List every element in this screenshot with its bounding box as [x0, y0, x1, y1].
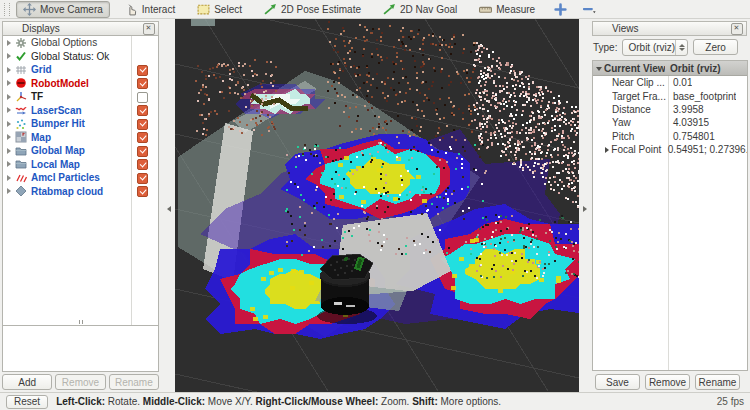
expand-arrow-icon[interactable]	[6, 174, 15, 182]
expand-arrow-icon[interactable]	[6, 39, 15, 47]
enabled-checkbox[interactable]	[137, 92, 148, 103]
display-item-tf[interactable]: TF	[3, 90, 158, 104]
property-value[interactable]: 4.03915	[668, 117, 709, 128]
expand-arrow-icon[interactable]	[6, 66, 15, 74]
views-buttons: SaveRemoveRename	[595, 374, 740, 390]
display-item-robotmodel[interactable]: RobotModel	[3, 77, 158, 91]
nav-goal-tool[interactable]: 2D Nav Goal	[376, 1, 464, 18]
display-item-label: Global Status: Ok	[31, 51, 109, 62]
axes-icon	[15, 91, 27, 103]
view-property-row[interactable]: Distance3.9958	[593, 103, 747, 116]
right-panel-splitter[interactable]	[579, 19, 590, 392]
display-item-map[interactable]: Map	[3, 131, 158, 145]
status-hint-desc: Move X/Y.	[205, 396, 255, 407]
status-hint-key: Shift:	[412, 396, 438, 407]
remove-view-button[interactable]: Remove	[645, 374, 690, 390]
close-icon[interactable]	[143, 23, 155, 35]
bumper-icon	[15, 118, 27, 130]
display-item-label: LaserScan	[31, 105, 82, 116]
view-property-row[interactable]: Pitch0.754801	[593, 130, 747, 143]
nav-goal-tool-label: 2D Nav Goal	[400, 4, 457, 15]
move-camera-tool[interactable]: Move Camera	[16, 1, 110, 18]
expand-arrow-icon[interactable]	[604, 146, 611, 154]
zero-button[interactable]: Zero	[693, 39, 738, 55]
3d-viewport[interactable]	[175, 19, 579, 392]
rename-display-button[interactable]: Rename	[109, 374, 159, 390]
remove-tool-button[interactable]	[579, 1, 600, 18]
expand-arrow-icon[interactable]	[6, 79, 15, 87]
status-hint-key: Middle-Click:	[143, 396, 205, 407]
collapse-arrow-icon[interactable]	[596, 64, 604, 72]
select-tool[interactable]: Select	[190, 1, 249, 18]
property-value[interactable]: 0.01	[668, 77, 692, 88]
enabled-checkbox[interactable]	[137, 105, 148, 116]
display-item-bumper-hit[interactable]: Bumper Hit	[3, 117, 158, 131]
enabled-checkbox[interactable]	[137, 132, 148, 143]
remove-display-button[interactable]: Remove	[55, 374, 105, 390]
toolbar: Move CameraInteractSelect2D Pose Estimat…	[0, 0, 750, 19]
interact-tool[interactable]: Interact	[118, 1, 182, 18]
expand-arrow-icon[interactable]	[6, 120, 15, 128]
display-item-local-map[interactable]: Local Map	[3, 158, 158, 172]
display-item-rtabmap-cloud[interactable]: Rtabmap cloud	[3, 185, 158, 199]
status-bar: Reset Left-Click: Rotate. Middle-Click: …	[0, 392, 750, 410]
display-item-amcl-particles[interactable]: Amcl Particles	[3, 171, 158, 185]
fps-counter: 25 fps	[717, 396, 744, 407]
add-display-button[interactable]: Add	[2, 374, 52, 390]
status-hint-key: Left-Click:	[56, 396, 105, 407]
expand-arrow-icon[interactable]	[6, 106, 15, 114]
status-hint-key: Right-Click/Mouse Wheel:	[255, 396, 378, 407]
expand-arrow-icon[interactable]	[6, 147, 15, 155]
view-property-row[interactable]: Near Clip ...0.01	[593, 76, 747, 89]
pose-estimate-tool[interactable]: 2D Pose Estimate	[257, 1, 368, 18]
display-item-grid[interactable]: Grid	[3, 63, 158, 77]
enabled-checkbox[interactable]	[137, 78, 148, 89]
display-item-global-status[interactable]: Global Status: Ok	[3, 50, 158, 64]
view-property-row[interactable]: Focal Point0.54951; 0.27396...	[593, 143, 747, 156]
current-view-header[interactable]: Current View Orbit (rviz)	[593, 61, 747, 76]
enabled-checkbox[interactable]	[137, 186, 148, 197]
reset-button[interactable]: Reset	[6, 395, 48, 409]
add-tool-button[interactable]	[550, 1, 571, 18]
display-item-label: Global Options	[31, 37, 97, 48]
map-icon	[15, 131, 27, 143]
display-item-label: Bumper Hit	[31, 118, 85, 129]
expand-arrow-icon[interactable]	[6, 160, 15, 168]
measure-ruler-icon	[479, 3, 492, 16]
view-property-row[interactable]: Target Fra...base_footprint	[593, 89, 747, 102]
displays-panel: Displays Global OptionsGlobal Status: Ok…	[0, 19, 162, 392]
display-item-global-options[interactable]: Global Options	[3, 36, 158, 50]
rename-view-button[interactable]: Rename	[695, 374, 740, 390]
property-value[interactable]: 0.754801	[668, 131, 715, 142]
splitter-collapse-icon[interactable]	[164, 205, 172, 214]
enabled-checkbox[interactable]	[137, 159, 148, 170]
property-value[interactable]: 0.54951; 0.27396...	[663, 144, 747, 155]
expand-arrow-icon[interactable]	[6, 187, 15, 195]
view-property-row[interactable]: Yaw4.03915	[593, 116, 747, 129]
robot-icon	[15, 77, 27, 89]
property-value: Orbit (rviz)	[665, 63, 721, 74]
display-item-global-map[interactable]: Global Map	[3, 144, 158, 158]
expand-arrow-icon[interactable]	[6, 93, 15, 101]
property-value[interactable]: 3.9958	[668, 104, 704, 115]
save-view-button[interactable]: Save	[595, 374, 640, 390]
enabled-checkbox[interactable]	[137, 146, 148, 157]
dropdown-spinner-icon[interactable]	[675, 40, 687, 55]
enabled-checkbox[interactable]	[137, 65, 148, 76]
view-type-dropdown[interactable]: Orbit (rviz)	[622, 39, 688, 56]
expand-arrow-icon[interactable]	[6, 52, 15, 60]
enabled-checkbox[interactable]	[137, 173, 148, 184]
display-item-laserscan[interactable]: LaserScan	[3, 104, 158, 118]
splitter-collapse-icon[interactable]	[581, 205, 589, 214]
measure-tool[interactable]: Measure	[472, 1, 542, 18]
expand-arrow-icon[interactable]	[6, 133, 15, 141]
left-panel-splitter[interactable]	[162, 19, 175, 392]
toolbar-drag-handle[interactable]	[4, 3, 10, 16]
plus-icon	[554, 3, 567, 16]
close-icon[interactable]	[731, 23, 743, 35]
property-name: Focal Point	[611, 144, 662, 155]
enabled-checkbox[interactable]	[137, 119, 148, 130]
property-value[interactable]: base_footprint	[668, 91, 736, 102]
interact-hand-icon	[125, 3, 138, 16]
views-panel-icon	[596, 23, 608, 35]
